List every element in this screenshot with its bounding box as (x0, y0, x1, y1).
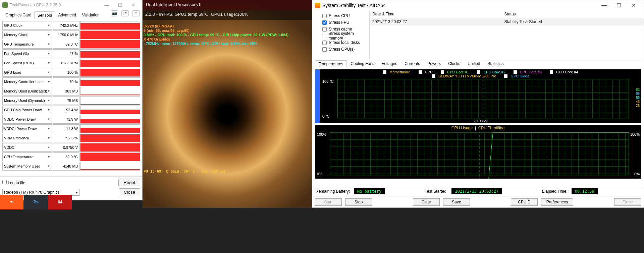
legend-item[interactable]: CPU (417, 70, 435, 74)
temp-readout: 82 (636, 88, 640, 92)
sensor-graph[interactable] (80, 21, 140, 30)
sensor-graph[interactable] (80, 49, 140, 58)
sensor-graph[interactable] (80, 134, 140, 142)
stress-option[interactable]: Stress system memory (315, 33, 368, 39)
reset-button[interactable]: Reset (118, 179, 140, 186)
stress-option[interactable]: Stress GPU(s) (315, 46, 368, 53)
tab-validation[interactable]: Validation (79, 11, 103, 19)
close-button-footer[interactable]: Close (119, 188, 140, 196)
sensor-value: 69.0 °C (53, 40, 79, 49)
sensor-row: VDDCI Power Draw▼ 11.3 W (2, 124, 140, 133)
sensor-label[interactable]: VDDC▼ (2, 143, 52, 152)
sensor-row: GPU Temperature▼ 69.0 °C (2, 40, 140, 49)
gpuz-titlebar[interactable]: TechPowerUp GPU-Z 2.35.0 — ☐ ✕ (0, 0, 142, 10)
sensor-row: VDDC▼ 0.9750 V (2, 143, 140, 152)
sensor-value: 1750.0 MHz (53, 30, 79, 39)
legend-item[interactable]: GLOWAY YCT1TNVMe-M.2/80 Pro (430, 74, 498, 78)
sensor-graph[interactable] (80, 152, 140, 161)
tab-graphics-card[interactable]: Graphics Card (2, 11, 34, 19)
sensor-label[interactable]: VDDC Power Draw▼ (2, 115, 52, 124)
tab-advanced[interactable]: Advanced (55, 11, 79, 19)
aida-tab[interactable]: Cooling Fans (347, 60, 378, 68)
sensor-label[interactable]: GPU Temperature▼ (2, 40, 52, 49)
sensor-graph[interactable] (80, 115, 140, 124)
sensor-label[interactable]: VDDCI Power Draw▼ (2, 124, 52, 133)
sensor-label[interactable]: Fan Speed (%)▼ (2, 49, 52, 58)
close-button[interactable]: ✕ (127, 2, 140, 8)
tab-sensors[interactable]: Sensors (34, 11, 55, 19)
stop-button[interactable]: Stop (345, 198, 372, 206)
chart-color-bar (315, 69, 320, 123)
sensor-value: 11.3 W (53, 124, 79, 133)
sensor-graph[interactable] (80, 40, 140, 49)
aida-tab[interactable]: Voltages (378, 60, 401, 68)
sensor-value: 100 % (53, 68, 79, 77)
temp-legend: MotherboardCPUCPU Core #1CPU Core #2CPU … (320, 70, 641, 78)
temp-readout: 69 (636, 92, 640, 96)
aida-close-button-footer[interactable]: Close (614, 198, 641, 206)
legend-item[interactable]: CPU Core #4 (548, 70, 580, 74)
sensor-graph[interactable] (80, 87, 140, 96)
menu-button[interactable]: ≡ (132, 10, 140, 16)
sensor-list: GPU Clock▼ 742.2 MHz Memory Clock▼ 1750.… (0, 19, 142, 176)
legend-item[interactable]: CPU Core #1 (439, 70, 471, 74)
sensor-row: Memory Clock▼ 1750.0 MHz (2, 30, 140, 39)
gpuz-window: TechPowerUp GPU-Z 2.35.0 — ☐ ✕ Graphics … (0, 0, 143, 200)
preferences-button[interactable]: Preferences (541, 198, 573, 206)
aida-minimize-button[interactable]: — (597, 2, 611, 8)
aida-tab[interactable]: Statistics (484, 60, 507, 68)
aida-maximize-button[interactable]: ☐ (611, 2, 626, 9)
legend-item[interactable]: CPU Core #2 (475, 70, 507, 74)
start-button[interactable]: Start (315, 198, 342, 206)
sensor-label[interactable]: Memory Controller Load▼ (2, 77, 52, 86)
stress-option[interactable]: Stress CPU (315, 12, 368, 19)
log-to-file-checkbox[interactable]: Log to file (2, 180, 25, 185)
sensor-label[interactable]: GPU Load▼ (2, 68, 52, 77)
legend-item[interactable]: GPU Diode (502, 74, 531, 78)
aida-tab[interactable]: Powers (424, 60, 444, 68)
sensor-label[interactable]: Fan Speed (RPM)▼ (2, 59, 52, 67)
clear-button[interactable]: Clear (413, 198, 440, 206)
gpuz-title-text: TechPowerUp GPU-Z 2.35.0 (10, 3, 61, 7)
sensor-label[interactable]: Memory Used (Dedicated)▼ (2, 87, 52, 96)
sensor-label[interactable]: VRM Efficiency▼ (2, 134, 52, 142)
save-button[interactable]: Save (443, 198, 470, 206)
sensor-graph[interactable] (80, 68, 140, 77)
screenshot-button[interactable]: 📷 (111, 10, 118, 16)
sensor-graph[interactable] (80, 162, 140, 171)
sensor-graph[interactable] (80, 59, 140, 67)
legend-item[interactable]: CPU Core #3 (512, 70, 544, 74)
sensor-value: 383 MB (53, 87, 79, 96)
test-started-label: Test Started: (425, 189, 447, 194)
minimize-button[interactable]: — (100, 2, 113, 8)
sensor-graph[interactable] (80, 30, 140, 39)
legend-item[interactable]: Motherboard (381, 70, 412, 74)
taskbar-app-aida64[interactable]: 64 (48, 195, 72, 209)
sensor-graph[interactable] (80, 143, 140, 152)
sensor-graph[interactable] (80, 77, 140, 86)
sensor-graph[interactable] (80, 124, 140, 133)
aida-tab[interactable]: Unified (464, 60, 484, 68)
sensor-graph[interactable] (80, 106, 140, 114)
sensor-label[interactable]: CPU Temperature▼ (2, 152, 52, 161)
sensor-graph[interactable] (80, 96, 140, 105)
aida-titlebar[interactable]: System Stability Test - AIDA64 — ☐ ✕ (312, 0, 644, 10)
refresh-button[interactable]: ⟳ (121, 10, 129, 16)
sensor-label[interactable]: GPU Clock▼ (2, 21, 52, 30)
aida-close-button[interactable]: ✕ (626, 2, 641, 9)
sensor-value: 742.2 MHz (53, 21, 79, 30)
sensor-label[interactable]: GPU Chip Power Draw▼ (2, 106, 52, 114)
cpuid-button[interactable]: CPUID (511, 198, 538, 206)
sensor-label[interactable]: Memory Used (Dynamic)▼ (2, 96, 52, 105)
aida-tab[interactable]: Currents (401, 60, 424, 68)
stress-option[interactable]: Stress FPU (315, 19, 368, 26)
sensor-label[interactable]: System Memory Used▼ (2, 162, 52, 171)
test-started-value: 2021/2/13 20:03:27 (451, 188, 502, 194)
aida-tab[interactable]: Clocks (444, 60, 464, 68)
aida-tab[interactable]: Temperatures (315, 60, 347, 68)
maximize-button[interactable]: ☐ (113, 2, 127, 8)
sensor-label[interactable]: Memory Clock▼ (2, 30, 52, 39)
taskbar-app-photoshop[interactable]: Ps (24, 195, 48, 209)
usage-yr-bot: 0% (634, 172, 640, 176)
taskbar-app-1[interactable]: ⟲ (0, 195, 23, 209)
